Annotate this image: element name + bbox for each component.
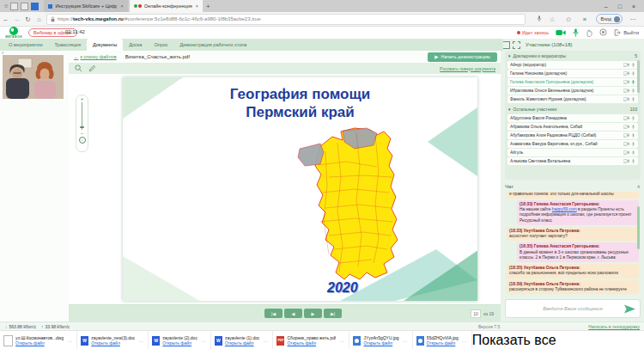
- file-menu-icon[interactable]: …: [67, 338, 72, 343]
- app-tab[interactable]: Опрос: [148, 39, 173, 51]
- favorite-star-icon[interactable]: ☆: [547, 15, 558, 23]
- file-item[interactable]: JYyo4n5gQYU.jpgОткрыть файл…: [349, 331, 412, 349]
- tab-close-icon[interactable]: ×: [120, 3, 123, 9]
- app-tab[interactable]: О мероприятии: [3, 39, 49, 51]
- app-tab[interactable]: Доска: [123, 39, 148, 51]
- open-file-link[interactable]: Открыть файл: [427, 340, 459, 346]
- file-item[interactable]: Wzayavlenie_new(3).docОткрыть файл…: [77, 331, 149, 349]
- open-file-link[interactable]: Открыть файл: [287, 340, 336, 346]
- browser-tab-active[interactable]: Онлайн-конференция×: [130, 0, 203, 12]
- next-page-button[interactable]: ▶: [304, 309, 322, 318]
- browser-tab[interactable]: Инструкция Skillcare + Цифров...×: [44, 0, 127, 12]
- chat-scrollbar[interactable]: [637, 206, 640, 249]
- zoom-slider-handle[interactable]: [80, 126, 84, 129]
- open-file-link[interactable]: Открыть файл: [91, 340, 135, 346]
- app-tab[interactable]: Документы: [87, 39, 123, 51]
- hub-icon[interactable]: ≡: [580, 15, 591, 23]
- file-menu-icon[interactable]: …: [403, 338, 408, 343]
- participant-row[interactable]: Гилева Анастасия Григорьевна (докладчик): [507, 78, 638, 86]
- raise-hand-icon[interactable]: [586, 28, 592, 37]
- browser-profile-button[interactable]: Вход: [596, 14, 623, 24]
- participants-scrollbar[interactable]: [637, 60, 640, 93]
- previous-page-button[interactable]: ◀: [284, 309, 302, 318]
- reload-icon[interactable]: ↻: [22, 15, 33, 23]
- participant-row[interactable]: Абдуллина Фаиля Ринадовна: [507, 114, 638, 122]
- participant-row[interactable]: Фаниль Жавитович Нуриев (докладчик): [507, 95, 638, 103]
- file-item[interactable]: ул.Ш.Космонавтов...dwgОткрыть файл…: [0, 331, 77, 349]
- start-presentation-button[interactable]: ▶Начать демонстрацию: [428, 52, 497, 62]
- file-menu-icon[interactable]: …: [462, 338, 467, 343]
- participant-row[interactable]: Айгуль: [507, 149, 638, 156]
- record-button-icon[interactable]: [599, 28, 607, 36]
- file-type-icon: W: [152, 336, 160, 346]
- draw-over-document-link[interactable]: Рисовать поверх документа: [440, 66, 495, 71]
- document-filename: Визитка_Счастье_жить.pdf: [125, 54, 190, 59]
- tab-close-icon[interactable]: ×: [196, 3, 198, 9]
- forward-icon[interactable]: →: [11, 15, 22, 23]
- pencil-icon[interactable]: [88, 64, 96, 72]
- file-item[interactable]: 55dZHQvVlA.jpgОткрыть файл…: [413, 331, 472, 349]
- document-viewer[interactable]: География помощи Пермский край: [69, 74, 501, 304]
- app-tab[interactable]: Трансляция: [49, 39, 87, 51]
- zoom-in-icon[interactable]: +: [81, 96, 84, 101]
- file-item[interactable]: PDFСборник_право жить.pdfОткрыть файл…: [273, 331, 349, 349]
- read-aloud-icon[interactable]: [537, 15, 542, 22]
- favorites-bar-icon[interactable]: ✩: [563, 15, 574, 23]
- microphone-icon[interactable]: [573, 28, 579, 37]
- file-menu-icon[interactable]: …: [201, 338, 206, 343]
- participants-section-header[interactable]: ▾Остальные участники103: [505, 104, 641, 113]
- window-close-button[interactable]: ×: [632, 3, 635, 9]
- chat-message-list[interactable]: классы реализованы?(18:30) Унутбаева Оль…: [505, 192, 641, 296]
- pinned-tab-icon[interactable]: [31, 3, 39, 10]
- file-item[interactable]: Wzayavlenie (1).docОткрыть файл…: [211, 331, 274, 349]
- camera-icon[interactable]: [556, 29, 566, 36]
- support-link[interactable]: Написать в техподдержку: [588, 324, 640, 329]
- back-icon[interactable]: ←: [0, 15, 11, 23]
- chat-input[interactable]: Введите Ваше сообщение: [505, 299, 641, 318]
- participants-section-header[interactable]: ▾Докладчики и модераторы5: [505, 51, 641, 60]
- info-icon[interactable]: i: [79, 137, 86, 144]
- participant-row[interactable]: Айнур (модератор): [507, 61, 638, 69]
- exit-button[interactable]: Выйти: [614, 29, 639, 36]
- participant-row[interactable]: Абрамова Ольга Анатольевна, Сибай: [507, 123, 638, 131]
- layout-expand-icon[interactable]: [513, 41, 520, 49]
- participant-row[interactable]: Алюкова Светлана Витальевна: [507, 157, 638, 165]
- participants-list[interactable]: ▾Докладчики и модераторы5Айнур (модерато…: [505, 51, 641, 180]
- file-item[interactable]: Wzayavlenie (2).docОткрыть файл…: [149, 331, 211, 349]
- layout-compact-icon[interactable]: [502, 41, 510, 49]
- zoom-slider[interactable]: [82, 102, 82, 130]
- first-page-button[interactable]: |◀: [264, 309, 283, 318]
- zoom-out-icon[interactable]: −: [81, 131, 84, 136]
- participant-row[interactable]: Абубакирова Алия Радиковна РЦДО (Сибай): [507, 132, 638, 139]
- participant-row[interactable]: Ибрагимова Олеся Евгеньевна (докладчик): [507, 87, 638, 95]
- send-message-icon[interactable]: [624, 304, 635, 314]
- last-page-button[interactable]: ▶|: [324, 309, 342, 318]
- pinned-tab-icon[interactable]: [21, 3, 28, 10]
- open-file-link[interactable]: Открыть файл: [225, 340, 260, 346]
- edge-logo-icon[interactable]: e: [4, 0, 8, 12]
- pinned-tab-icon[interactable]: [10, 3, 18, 10]
- open-file-link[interactable]: Открыть файл: [363, 340, 398, 346]
- chat-collapse-icon[interactable]: ∧: [637, 183, 641, 189]
- window-maximize-button[interactable]: □: [618, 3, 622, 9]
- browser-menu-icon[interactable]: ⋯: [628, 15, 639, 23]
- magnifier-icon[interactable]: [75, 64, 82, 72]
- file-menu-icon[interactable]: …: [138, 338, 143, 343]
- participant-row[interactable]: Галина Никонова (докладчик): [507, 70, 638, 77]
- app-tab[interactable]: Демонстрация рабочего стола: [174, 39, 253, 51]
- url-input[interactable]: https://tech-vks.megafon.ru/#conference:…: [46, 14, 526, 25]
- home-icon[interactable]: ⌂: [33, 15, 45, 23]
- open-file-link[interactable]: Открыть файл: [15, 340, 64, 346]
- file-menu-icon[interactable]: …: [263, 338, 268, 343]
- participant-row[interactable]: Азаматова Фанура Фаритовна, кл.рук., Сиб…: [507, 140, 638, 148]
- webcam-video[interactable]: [3, 55, 64, 99]
- new-tab-button[interactable]: +: [206, 3, 210, 10]
- file-menu-icon[interactable]: …: [339, 338, 344, 343]
- page-number-input[interactable]: 10: [471, 309, 481, 318]
- window-minimize-button[interactable]: –: [605, 3, 608, 9]
- back-to-files-link[interactable]: ←к списку файлов: [74, 54, 117, 59]
- file-meta: zayavlenie_new(3).docОткрыть файл: [91, 335, 135, 346]
- chat-link[interactable]: happy59.com: [552, 207, 577, 211]
- open-file-link[interactable]: Открыть файл: [162, 340, 197, 346]
- show-all-files-button[interactable]: Показать все: [472, 333, 556, 348]
